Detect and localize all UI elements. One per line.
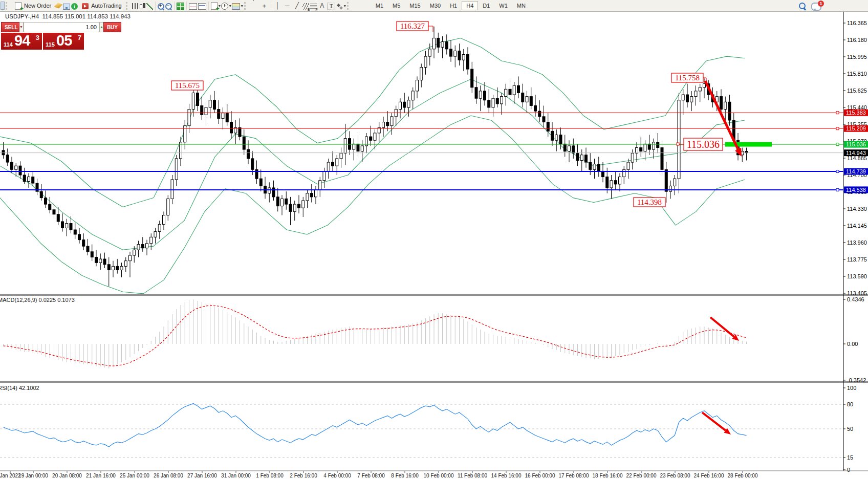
candlestick-chart-icon[interactable] xyxy=(139,3,145,10)
chevron-down-icon[interactable]: ▾ xyxy=(229,4,231,8)
svg-text:114.943: 114.943 xyxy=(846,150,866,156)
svg-text:50: 50 xyxy=(847,426,853,432)
time-label: 7 Feb 08:00 xyxy=(357,473,385,478)
volume-decrease-button[interactable]: ▼ xyxy=(19,22,24,32)
chevron-down-icon[interactable]: ▾ xyxy=(344,4,346,8)
indicator-window-icon[interactable] xyxy=(189,3,197,10)
price-label: 116.327 xyxy=(400,22,425,30)
horizontal-line-objects[interactable] xyxy=(0,112,843,191)
svg-text:115.036: 115.036 xyxy=(846,141,866,147)
fibonacci-icon[interactable]: F xyxy=(310,3,317,10)
new-order-button[interactable]: New Order xyxy=(11,2,54,10)
time-axis[interactable]: Jan 202219 Jan 00:0020 Jan 08:0021 Jan 1… xyxy=(0,471,868,478)
tab-m15[interactable]: M15 xyxy=(405,1,425,10)
info-icon[interactable]: i xyxy=(71,3,78,10)
text-label-icon[interactable]: T xyxy=(328,3,335,10)
time-label: 4 Feb 00:00 xyxy=(323,473,351,478)
time-label: 21 Jan 16:00 xyxy=(86,473,116,478)
period-clock-icon[interactable] xyxy=(221,3,228,10)
chart-region[interactable]: 116.327115.675115.758115.036114.398116.3… xyxy=(0,12,868,479)
svg-text:115.810: 115.810 xyxy=(847,71,867,77)
arrows-icon[interactable] xyxy=(336,3,343,10)
buy-button[interactable]: BUY xyxy=(103,22,121,32)
tab-h1[interactable]: H1 xyxy=(445,1,462,10)
sell-price-pips: 94 xyxy=(14,33,30,49)
price-label: 114.398 xyxy=(637,198,662,206)
text-icon[interactable]: A xyxy=(318,2,327,10)
autotrading-button[interactable]: AutoTrading xyxy=(78,2,125,10)
trend-arrow-macd[interactable] xyxy=(710,317,739,341)
cursor-icon[interactable] xyxy=(253,0,256,8)
time-label: 10 Feb 00:00 xyxy=(424,473,454,478)
crosshair-icon[interactable]: ＋ xyxy=(260,2,269,10)
vertical-line-icon[interactable]: │ xyxy=(273,2,282,10)
svg-text:0: 0 xyxy=(847,467,850,473)
tab-d1[interactable]: D1 xyxy=(478,1,494,10)
time-label: 23 Feb 08:00 xyxy=(660,473,690,478)
expert-advisor-icon[interactable] xyxy=(63,4,70,10)
time-label: 26 Jan 08:00 xyxy=(154,473,183,478)
time-label: 28 Feb 00:00 xyxy=(728,473,758,478)
mt4-terminal: { "toolbar": { "new_order": "New Order",… xyxy=(0,0,868,479)
macd-label: MACD(12,26,9) 0.0225 0.1073 xyxy=(0,297,75,303)
one-click-trading-panel: SELL ▼ ▲ BUY 114 94 3 115 05 7 xyxy=(1,22,84,50)
template-icon[interactable] xyxy=(232,3,240,10)
bar-chart-icon[interactable] xyxy=(132,3,138,9)
horizontal-line-icon[interactable]: ─ xyxy=(283,2,292,10)
tab-h4[interactable]: H4 xyxy=(462,1,478,10)
equidistant-channel-icon[interactable]: E xyxy=(302,3,309,10)
svg-text:115.383: 115.383 xyxy=(846,110,866,116)
tab-m1[interactable]: M1 xyxy=(371,1,388,10)
toolbar-drag-handle[interactable] xyxy=(126,2,129,10)
time-label: 14 Feb 16:00 xyxy=(491,473,522,478)
notification-badge: 1 xyxy=(818,1,824,7)
line-chart-icon[interactable] xyxy=(146,3,153,10)
zoom-in-icon[interactable]: + xyxy=(158,3,164,9)
zoom-out-icon[interactable]: − xyxy=(165,3,172,9)
toolbar-drag-handle[interactable] xyxy=(6,2,9,10)
tile-windows-icon[interactable] xyxy=(177,3,184,10)
svg-text:113.590: 113.590 xyxy=(847,273,867,279)
toolbar-drag-handle[interactable] xyxy=(347,2,351,10)
new-order-label: New Order xyxy=(24,3,51,9)
time-label: 27 Jan 16:00 xyxy=(187,473,217,478)
new-chart-icon[interactable] xyxy=(211,2,218,10)
svg-text:15: 15 xyxy=(847,454,853,461)
toolbar-drag-handle[interactable] xyxy=(244,2,248,10)
time-label: 2 Feb 16:00 xyxy=(290,473,317,478)
divider xyxy=(208,2,209,10)
sell-price-display[interactable]: 114 94 3 xyxy=(1,33,42,50)
chevron-down-icon[interactable]: ▾ xyxy=(241,4,243,8)
green-highlight-bar[interactable] xyxy=(725,142,772,147)
buy-price-point: 7 xyxy=(78,34,81,41)
price-label: 115.758 xyxy=(675,74,700,82)
rsi-label: RSI(14) 42.1002 xyxy=(0,385,39,391)
tab-m30[interactable]: M30 xyxy=(425,1,445,10)
rsi-panel: 1008050150RSI(14) 42.1002 xyxy=(0,385,856,473)
indicator-list-icon[interactable] xyxy=(198,3,206,10)
symbol-period: USDJPY-,H4 xyxy=(5,13,39,19)
tab-w1[interactable]: W1 xyxy=(494,1,512,10)
svg-text:114.330: 114.330 xyxy=(847,206,867,212)
toolbar: New Order i AutoTrading + − ▾ ▾ ▾ ＋ │ ─ … xyxy=(0,0,868,12)
time-label: 20 Jan 08:00 xyxy=(52,473,82,478)
autotrading-label: AutoTrading xyxy=(91,3,122,9)
volume-increase-button[interactable]: ▲ xyxy=(99,22,103,32)
volume-input[interactable] xyxy=(24,22,99,32)
trendline-icon[interactable]: ╱ xyxy=(293,2,301,10)
price-label: 115.036 xyxy=(687,139,720,150)
tab-mn[interactable]: MN xyxy=(512,1,530,10)
svg-text:113.960: 113.960 xyxy=(847,239,867,246)
divider xyxy=(174,2,175,10)
buy-price-whole: 115 xyxy=(46,41,55,48)
gold-icon[interactable] xyxy=(54,3,63,8)
tab-m5[interactable]: M5 xyxy=(388,1,405,10)
notifications-icon[interactable]: 1 xyxy=(811,3,821,11)
price-label: 115.675 xyxy=(175,81,200,90)
sell-price-whole: 114 xyxy=(4,41,13,48)
search-icon[interactable] xyxy=(799,2,806,9)
sell-button[interactable]: SELL xyxy=(1,22,19,32)
time-label: 11 Feb 08:00 xyxy=(458,473,488,478)
chart-canvas[interactable]: 116.327115.675115.758115.036114.398116.3… xyxy=(0,12,868,479)
buy-price-display[interactable]: 115 05 7 xyxy=(43,33,84,50)
